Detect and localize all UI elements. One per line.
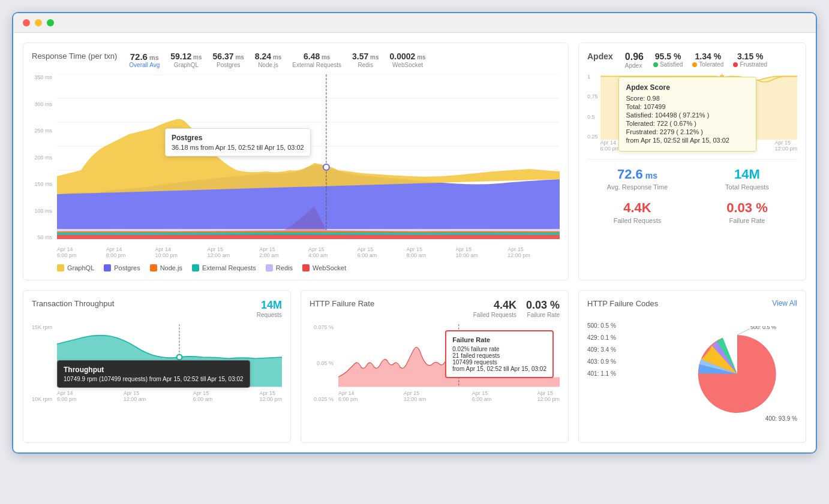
- response-time-header: Response Time (per txn) 72.6 ms Overall …: [32, 52, 560, 68]
- http-failure-panel: HTTP Failure Rate 4.4K Failed Requests 0…: [301, 290, 569, 443]
- maximize-icon[interactable]: [47, 19, 54, 26]
- throughput-chart[interactable]: 15K rpm 10K rpm: [32, 324, 282, 414]
- metric-graphql: 59.12 ms GraphQL: [170, 52, 202, 68]
- legend-redis[interactable]: Redis: [266, 264, 293, 271]
- throughput-panel: Transaction Throughput 14M Requests 15K …: [23, 290, 291, 443]
- code-401: 401: 1.1 %: [587, 368, 616, 380]
- dashboard: Response Time (per txn) 72.6 ms Overall …: [13, 33, 816, 452]
- tolerated-label: Tolerated: [692, 61, 723, 68]
- metric-external: 6.48 ms External Requests: [292, 52, 341, 68]
- legend-graphql[interactable]: GraphQL: [57, 264, 94, 271]
- apdex-title: Apdex: [587, 52, 613, 61]
- metric-redis: 3.57 ms Redis: [352, 52, 379, 68]
- failure-tooltip-period: from Apr 15, 02:52 till Apr 15, 03:02: [452, 366, 546, 372]
- x-axis-labels: Apr 146:00 pm Apr 148:00 pm Apr 1410:00 …: [57, 246, 560, 258]
- metric-value-overall: 72.6 ms: [129, 52, 160, 62]
- graphql-label: GraphQL: [170, 62, 202, 68]
- failure-tooltip-rate: 0.02% failure rate: [452, 346, 546, 352]
- throughput-x-axis: Apr 146:00 pm Apr 1512:00 am Apr 156:00 …: [57, 390, 282, 402]
- failure-rate-metric: 0.03 % Failure Rate: [526, 299, 560, 318]
- apdex-y-axis: 1 0.75 0.5 0.25: [587, 74, 600, 152]
- apdex-chart-area: Apdex Score Score: 0.98 Total: 107499 Sa…: [600, 74, 797, 152]
- close-icon[interactable]: [23, 19, 30, 26]
- response-time-svg: [57, 74, 560, 242]
- failure-tooltip-title: Failure Rate: [452, 336, 546, 343]
- apdex-tooltip-total: Total: 107499: [626, 103, 749, 110]
- code-400: 400: 93.9 %: [765, 415, 797, 422]
- failure-tooltip-failed: 21 failed requests: [452, 352, 546, 359]
- apdex-tooltip-score: Score: 0.98: [626, 95, 749, 102]
- http-failure-codes-panel: HTTP Failure Codes View All 500: 0.5 % 4…: [578, 290, 806, 443]
- http-failure-chart[interactable]: 0.075 % 0.05 % 0.025 %: [310, 324, 560, 414]
- throughput-tooltip-value: 10749.9 rpm (107499 requests) from Apr 1…: [64, 376, 244, 382]
- response-time-chart[interactable]: Postgres 36.18 ms from Apr 15, 02:52 til…: [57, 74, 560, 244]
- apdex-tooltip: Apdex Score Score: 0.98 Total: 107499 Sa…: [618, 77, 756, 152]
- apdex-metrics: 0.96 Apdex 95.5 % Satisfied 1.34 %: [625, 52, 767, 69]
- redis-label: Redis: [352, 62, 379, 68]
- apdex-stats-grid: 72.6 ms Avg. Response Time 14M Total Req…: [587, 159, 797, 224]
- chart-legend: GraphQL Postgres Node.js External Reques…: [57, 264, 560, 271]
- apdex-tolerated: 1.34 % Tolerated: [692, 52, 723, 69]
- throughput-metric: 14M Requests: [257, 299, 282, 318]
- tooltip-value: 36.18 ms from Apr 15, 02:52 till Apr 15,…: [172, 144, 304, 151]
- response-time-title: Response Time (per txn): [32, 52, 117, 61]
- failed-requests: 4.4K Failed Requests: [587, 200, 687, 224]
- postgres-tooltip: Postgres 36.18 ms from Apr 15, 02:52 til…: [165, 128, 311, 156]
- throughput-title: Transaction Throughput: [32, 299, 114, 308]
- pie-chart-svg: 500: 0.5 %: [689, 326, 785, 422]
- throughput-tooltip-title: Throughput: [64, 366, 244, 374]
- http-failure-title: HTTP Failure Rate: [310, 299, 374, 308]
- legend-external[interactable]: External Requests: [192, 264, 256, 271]
- apdex-tooltip-period: from Apr 15, 02:52 till Apr 15, 03:02: [626, 137, 749, 144]
- response-time-metrics: 72.6 ms Overall Avg 59.12 ms GraphQL 56.…: [129, 52, 425, 68]
- minimize-icon[interactable]: [35, 19, 42, 26]
- svg-text:500: 0.5 %: 500: 0.5 %: [750, 326, 776, 330]
- apdex-chart[interactable]: 1 0.75 0.5 0.25: [587, 74, 797, 152]
- browser-bar: [13, 13, 816, 33]
- avg-response-time: 72.6 ms Avg. Response Time: [587, 167, 687, 191]
- apdex-tooltip-satisfied: Satisfied: 104498 ( 97.21% ): [626, 111, 749, 119]
- apdex-score: 0.96 Apdex: [625, 52, 644, 69]
- failed-requests-metric: 4.4K Failed Requests: [473, 299, 516, 318]
- nodejs-label: Node.js: [255, 62, 281, 68]
- browser-window: Response Time (per txn) 72.6 ms Overall …: [12, 12, 817, 454]
- metric-websocket: 0.0002 ms WebSocket: [390, 52, 426, 68]
- metric-postgres: 56.37 ms Postgres: [213, 52, 244, 68]
- legend-websocket[interactable]: WebSocket: [302, 264, 346, 271]
- code-409: 409: 3.4 %: [587, 344, 616, 356]
- response-time-panel: Response Time (per txn) 72.6 ms Overall …: [23, 43, 569, 280]
- apdex-frustrated: 3.15 % Frustrated: [733, 52, 767, 69]
- pie-chart-container: 500: 0.5 % 429: 0.1 % 409: 3.4 % 403: 0.…: [587, 314, 797, 434]
- frustrated-label: Frustrated: [733, 61, 767, 68]
- svg-point-8: [323, 164, 329, 170]
- code-403: 403: 0.9 %: [587, 356, 616, 368]
- tooltip-title: Postgres: [172, 134, 304, 142]
- view-all-link[interactable]: View All: [772, 299, 797, 307]
- apdex-header: Apdex 0.96 Apdex 95.5 % Satisfied: [587, 52, 797, 69]
- satisfied-label: Satisfied: [653, 61, 683, 68]
- overall-avg-label[interactable]: Overall Avg: [129, 62, 160, 68]
- http-failure-codes-title: HTTP Failure Codes: [587, 299, 658, 308]
- code-429: 429: 0.1 %: [587, 332, 616, 344]
- failure-x-axis: Apr 146:00 pm Apr 1512:00 am Apr 156:00 …: [338, 390, 560, 402]
- metric-nodejs: 8.24 ms Node.js: [255, 52, 281, 68]
- code-500: 500: 0.5 %: [587, 320, 616, 332]
- websocket-label: WebSocket: [390, 62, 426, 68]
- failure-rate-label: Failure Rate: [697, 217, 797, 224]
- http-failure-codes-header: HTTP Failure Codes View All: [587, 299, 797, 308]
- legend-nodejs[interactable]: Node.js: [150, 264, 182, 271]
- response-time-chart-container: 350 ms 300 ms 250 ms 200 ms 150 ms 100 m…: [32, 74, 560, 258]
- failure-rate: 0.03 % Failure Rate: [697, 200, 797, 224]
- bottom-row: Transaction Throughput 14M Requests 15K …: [23, 290, 806, 443]
- http-failure-header: HTTP Failure Rate 4.4K Failed Requests 0…: [310, 299, 560, 318]
- apdex-satisfied: 95.5 % Satisfied: [653, 52, 683, 69]
- legend-postgres[interactable]: Postgres: [104, 264, 140, 271]
- apdex-tooltip-title: Apdex Score: [626, 83, 749, 92]
- external-label: External Requests: [292, 62, 341, 68]
- svg-point-12: [177, 355, 182, 360]
- failure-tooltip: Failure Rate 0.02% failure rate 21 faile…: [445, 330, 554, 378]
- total-requests: 14M Total Requests: [697, 167, 797, 191]
- avg-response-label: Avg. Response Time: [587, 183, 687, 191]
- total-requests-label: Total Requests: [697, 183, 797, 191]
- svg-line-15: [737, 329, 749, 335]
